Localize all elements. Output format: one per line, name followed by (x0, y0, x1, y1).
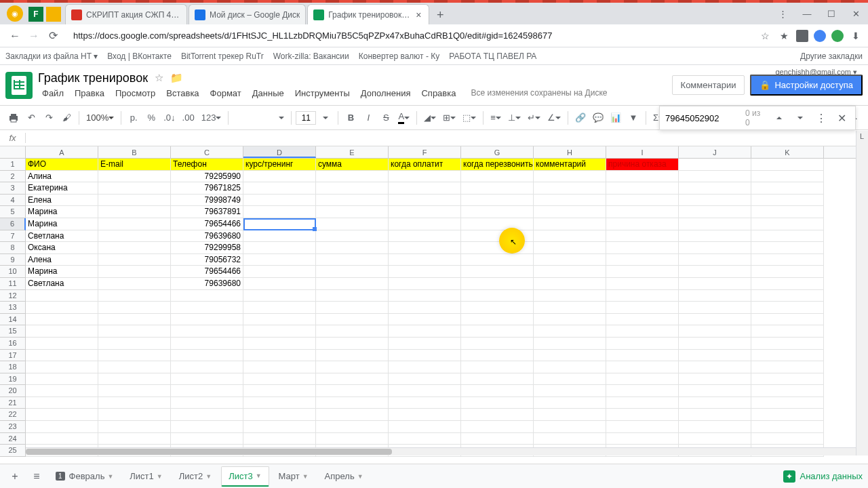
menu-data[interactable]: Данные (248, 87, 288, 100)
cell[interactable] (389, 171, 461, 183)
cell[interactable] (606, 302, 679, 314)
row-header[interactable]: 23 (0, 421, 26, 433)
cell[interactable] (751, 242, 824, 254)
extension-icon-3[interactable] (831, 30, 844, 42)
cell[interactable] (316, 206, 389, 218)
cell[interactable]: курс/тренинг (243, 159, 316, 171)
cell[interactable] (389, 325, 461, 338)
cell[interactable] (606, 206, 679, 218)
cell[interactable] (389, 290, 461, 302)
wrap-button[interactable]: ↵ (525, 109, 543, 127)
cell[interactable] (243, 242, 316, 254)
cell[interactable] (316, 182, 389, 195)
row-header[interactable]: 10 (0, 266, 26, 278)
cell[interactable] (606, 397, 679, 409)
col-header[interactable]: F (389, 146, 461, 158)
cell[interactable] (606, 325, 679, 338)
rotate-button[interactable]: ∠ (545, 109, 564, 127)
cell[interactable] (751, 195, 824, 207)
cell[interactable] (461, 433, 534, 445)
cell[interactable]: E-mail (98, 159, 171, 171)
extension-icon-2[interactable] (814, 30, 826, 42)
cell[interactable] (316, 325, 389, 338)
cell[interactable] (606, 421, 679, 433)
menu-file[interactable]: Файл (38, 87, 68, 100)
cell[interactable] (389, 278, 461, 290)
cell[interactable] (316, 302, 389, 314)
extension-icon[interactable] (796, 30, 808, 42)
cell[interactable] (98, 338, 171, 350)
cell[interactable] (534, 278, 606, 290)
cell[interactable] (26, 302, 98, 314)
cell[interactable] (606, 218, 679, 230)
cell[interactable]: комментарий (534, 159, 606, 171)
row-header[interactable]: 13 (0, 302, 26, 314)
bookmark-item[interactable]: Закладки из файла HT ▾ (5, 52, 98, 61)
cell[interactable] (316, 373, 389, 386)
url-input[interactable]: https://docs.google.com/spreadsheets/d/1… (68, 28, 753, 43)
merge-button[interactable]: ⬚ (460, 109, 479, 127)
cell[interactable] (679, 385, 751, 397)
new-tab-button[interactable]: + (431, 5, 450, 24)
cell[interactable] (389, 338, 461, 350)
cell[interactable] (389, 361, 461, 373)
cell[interactable] (316, 433, 389, 445)
cell[interactable] (243, 421, 316, 433)
sheet-tab[interactable]: Лист1 ▼ (123, 467, 169, 485)
document-title[interactable]: График тренировок (38, 71, 148, 85)
row-header[interactable]: 25 (0, 445, 26, 457)
cell[interactable] (171, 338, 243, 350)
bookmark-item[interactable]: Вход | ВКонтакте (107, 52, 172, 61)
find-close-button[interactable]: ✕ (834, 110, 850, 126)
cell[interactable] (751, 230, 824, 243)
sheet-tab[interactable]: Апрель ▼ (318, 467, 370, 485)
cell[interactable] (171, 290, 243, 302)
cell[interactable] (316, 230, 389, 243)
bookmark-item[interactable]: РАБОТА ТЦ ПАВЕЛ РА (449, 52, 536, 61)
cell[interactable] (316, 290, 389, 302)
cell[interactable] (389, 373, 461, 386)
cell[interactable] (751, 266, 824, 278)
cell[interactable] (316, 314, 389, 326)
cell[interactable]: причина отказа (606, 159, 679, 171)
cell[interactable] (98, 182, 171, 195)
bookmark-item[interactable]: BitTorrent трекер RuTr (181, 52, 264, 61)
cell[interactable] (171, 350, 243, 362)
cell[interactable] (243, 409, 316, 421)
text-color-button[interactable]: A (395, 109, 412, 127)
col-header[interactable]: E (316, 146, 389, 158)
cell[interactable] (751, 290, 824, 302)
cell[interactable] (679, 195, 751, 207)
row-header[interactable]: 9 (0, 254, 26, 266)
star-icon[interactable]: ☆ (155, 72, 163, 84)
cell[interactable] (606, 338, 679, 350)
cell[interactable] (751, 433, 824, 445)
cell[interactable] (606, 373, 679, 386)
cell[interactable] (389, 302, 461, 314)
cell[interactable] (461, 314, 534, 326)
font-size-dd[interactable] (317, 109, 334, 127)
row-header[interactable]: 11 (0, 278, 26, 290)
cell[interactable]: 79639680 (171, 230, 243, 243)
spreadsheet-grid[interactable]: A B C D E F G H I J K 1ФИОE-mailТелефонк… (0, 146, 868, 458)
cell[interactable] (751, 350, 824, 362)
menu-insert[interactable]: Вставка (162, 87, 203, 100)
cell[interactable] (98, 206, 171, 218)
cell[interactable] (243, 302, 316, 314)
menu-edit[interactable]: Правка (71, 87, 108, 100)
bookmark-item[interactable]: Work-zilla: Вакансии (273, 52, 349, 61)
horizontal-scrollbar[interactable] (26, 447, 856, 455)
cell[interactable]: 79998749 (171, 195, 243, 207)
row-header[interactable]: 20 (0, 385, 26, 397)
minimize-button[interactable]: — (795, 3, 819, 24)
col-header[interactable]: H (534, 146, 606, 158)
col-header-far[interactable]: L (856, 132, 867, 447)
cell[interactable] (679, 266, 751, 278)
cell[interactable]: Марина (26, 206, 98, 218)
cell[interactable] (26, 373, 98, 386)
cell[interactable] (751, 385, 824, 397)
cell[interactable] (316, 385, 389, 397)
cell[interactable] (98, 433, 171, 445)
cell[interactable] (243, 206, 316, 218)
fill-color-button[interactable]: ◢ (421, 109, 439, 127)
